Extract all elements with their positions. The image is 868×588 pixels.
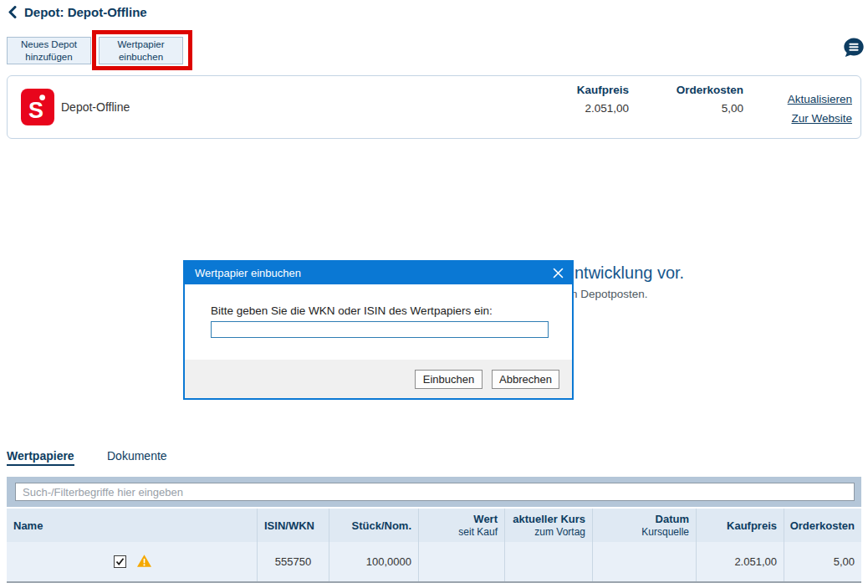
search-input[interactable] [15,483,855,501]
table-header-row: Name ISIN/WKN Stück/Nom. Wert seit Kauf … [7,509,861,542]
new-depot-button-label-1: Neues Depot [8,38,90,51]
page-header: Depot: Depot-Offline [8,5,147,19]
row-wert-seit-kauf [418,542,504,581]
wkn-isin-input[interactable] [211,321,549,338]
row-orderkosten: 5,00 [784,542,861,581]
dialog-footer: Einbuchen Abbrechen [185,360,572,398]
depot-card-links: Aktualisieren Zur Website [788,93,852,131]
orderkosten-stat: Orderkosten 5,00 [677,84,743,115]
row-stueck-nom: 100,0000 [329,542,418,581]
wkn-isin-prompt: Bitte geben Sie die WKN oder ISIN des We… [211,304,493,317]
row-isin-wkn: 555750 [257,542,329,581]
new-depot-button-label-2: hinzufügen [8,51,90,64]
tab-wertpapiere[interactable]: Wertpapiere [7,449,74,466]
col-header-orderkosten: Orderkosten [784,509,861,542]
row-aktueller-kurs [504,542,592,581]
dialog-title: Wertpapier einbuchen [195,267,301,279]
dialog-titlebar[interactable]: Wertpapier einbuchen [185,262,572,284]
row-checkbox-checked[interactable] [114,555,126,568]
book-security-button-label-1: Wertpapier [100,38,182,51]
tab-dokumente[interactable]: Dokumente [107,449,167,463]
empty-state-subtext-fragment: n Depotposten. [571,288,648,300]
book-security-button-label-2: einbuchen [100,51,182,64]
kaufpreis-value: 2.051,00 [577,102,629,115]
depot-card: S Depot-Offline Kaufpreis 2.051,00 Order… [7,75,861,139]
search-filter-panel [7,477,861,507]
svg-text:S: S [28,98,43,123]
new-depot-button[interactable]: Neues Depot hinzufügen [7,37,91,64]
col-header-datum-kursquelle: Datum Kursquelle [592,509,696,542]
kaufpreis-stat: Kaufpreis 2.051,00 [577,84,629,115]
back-chevron-icon[interactable] [8,6,17,18]
table-row: 555750 100,0000 2.051,00 5,00 [7,542,861,583]
col-header-name: Name [7,509,257,542]
book-security-button[interactable]: Wertpapier einbuchen [99,37,183,64]
row-name-cell [7,542,257,581]
col-header-aktueller-kurs: aktueller Kurs zum Vortag [504,509,592,542]
aktualisieren-link[interactable]: Aktualisieren [788,93,852,105]
row-datum-kursquelle [592,542,696,581]
depot-name: Depot-Offline [61,100,130,114]
orderkosten-label: Orderkosten [677,84,743,96]
orderkosten-value: 5,00 [677,102,743,115]
warning-triangle-icon [136,554,152,570]
col-header-isin-wkn: ISIN/WKN [257,509,329,542]
row-kaufpreis: 2.051,00 [696,542,784,581]
sparkasse-logo-icon: S [21,89,54,125]
col-header-stueck-nom: Stück/Nom. [329,509,418,542]
abbrechen-button[interactable]: Abbrechen [492,370,559,389]
securities-table: Name ISIN/WKN Stück/Nom. Wert seit Kauf … [7,509,861,583]
col-header-wert-seit-kauf: Wert seit Kauf [418,509,504,542]
speech-bubble-icon[interactable] [842,36,865,63]
col-header-kaufpreis: Kaufpreis [696,509,784,542]
einbuchen-button[interactable]: Einbuchen [415,370,483,389]
zur-website-link[interactable]: Zur Website [788,112,852,125]
page-title: Depot: Depot-Offline [24,5,147,19]
empty-state-heading-fragment: ntwicklung vor. [574,263,684,283]
wertpapier-einbuchen-dialog: Wertpapier einbuchen Bitte geben Sie die… [183,260,574,400]
close-x-icon[interactable] [553,268,564,279]
kaufpreis-label: Kaufpreis [577,84,629,96]
